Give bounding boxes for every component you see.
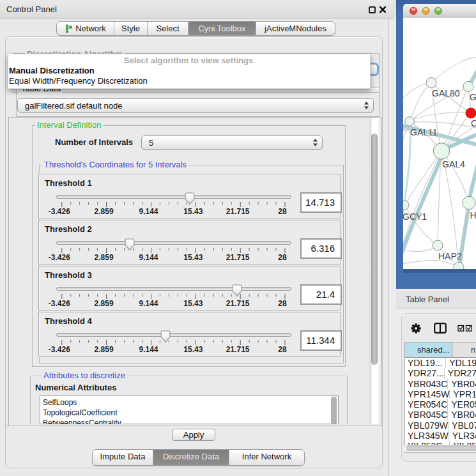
svg-text:GAL80: GAL80	[432, 88, 460, 98]
svg-text:GAL4: GAL4	[442, 159, 465, 169]
svg-text:GCY1: GCY1	[403, 211, 427, 222]
svg-text:HAP2: HAP2	[438, 251, 462, 261]
svg-text:GAL11: GAL11	[410, 127, 438, 137]
svg-text:H: H	[470, 210, 476, 220]
svg-text:G.: G.	[470, 92, 476, 102]
svg-text:C: C	[471, 118, 476, 128]
